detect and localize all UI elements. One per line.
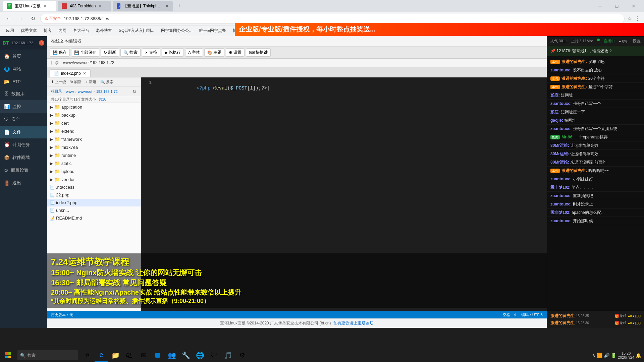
ie-icon[interactable]: e	[95, 349, 108, 362]
bookmark-apps[interactable]: 应用	[4, 27, 16, 34]
breadcrumb-www[interactable]: www	[66, 89, 74, 94]
chat-content-16: 笑点。。。。	[572, 185, 596, 190]
tree-item-readme[interactable]: 📝 README.md	[47, 214, 141, 222]
sidebar-item-panel-settings[interactable]: ⚙ 面板设置	[0, 164, 47, 177]
up-level-button[interactable]: ⬆ 上一级	[50, 79, 67, 85]
breadcrumb-refresh-btn[interactable]: ↻	[132, 89, 137, 94]
sidebar-item-monitor[interactable]: 📊 监控	[0, 100, 47, 113]
sidebar-item-logout[interactable]: 🚪 退出	[0, 177, 47, 189]
sidebar-item-software[interactable]: 📦 软件商城	[0, 151, 47, 164]
taskview-icon[interactable]: ⧉	[80, 349, 94, 362]
sidebar-item-security[interactable]: 🛡 安全	[0, 113, 47, 126]
tree-item-cert[interactable]: ▶ 📁 cert	[47, 119, 141, 127]
editor-tab-index2[interactable]: 📄 index2.php ✕	[50, 69, 91, 77]
tab-2[interactable]: 🚫 403 Forbidden ✕	[58, 1, 111, 11]
music-icon[interactable]: 🎵	[221, 349, 235, 362]
tray-notification-icon[interactable]: 🔔	[636, 353, 641, 358]
tree-item-framework[interactable]: ▶ 📁 framework	[47, 135, 141, 143]
tree-item-htaccess[interactable]: 📃 .htaccess	[47, 183, 141, 191]
minimize-button[interactable]: ─	[592, 1, 608, 11]
tab-3-close[interactable]: ✕	[165, 3, 169, 9]
tree-item-runtime[interactable]: ▶ 📁 runtime	[47, 151, 141, 159]
breadcrumb-wwwroot[interactable]: wwwroot	[78, 89, 92, 94]
save-all-button[interactable]: 💾 全部保存	[71, 48, 99, 57]
security-taskbar-icon[interactable]: 🛡	[207, 349, 221, 362]
tab-2-close[interactable]: ✕	[98, 3, 102, 9]
settings-taskbar-icon[interactable]: ⚙	[235, 349, 249, 362]
bookmark-articles[interactable]: 优秀文章	[19, 27, 39, 34]
reload-button[interactable]: ↻	[28, 14, 38, 23]
convert-button[interactable]: ✂ 转换	[142, 48, 160, 57]
chat-msg-14: 本气 激进的黄先生: 哈哈哈哟~~	[547, 167, 644, 175]
vs-icon[interactable]: 🔧	[179, 349, 193, 362]
new-tab-button[interactable]: +	[174, 1, 184, 11]
tray-time[interactable]: 15:26 2020/7/24	[618, 351, 634, 359]
maximize-button[interactable]: □	[609, 1, 625, 11]
confirm-link[interactable]: 共10	[99, 97, 106, 101]
tree-item-vendor[interactable]: ▶ 📁 vendor	[47, 175, 141, 183]
sidebar-item-files[interactable]: 📄 文件	[0, 126, 47, 138]
tab-1[interactable]: 宝 宝塔Linux面板 ✕	[3, 1, 56, 11]
vscode-icon[interactable]	[151, 349, 164, 362]
breadcrumb-root[interactable]: 根目录	[51, 89, 62, 94]
tab-1-close[interactable]: ✕	[43, 3, 47, 9]
tree-item-unknown[interactable]: 📃 unkn...	[47, 206, 141, 214]
store-icon[interactable]: 🛍	[123, 349, 136, 362]
tray-battery-icon[interactable]: 🔋	[611, 353, 616, 358]
sidebar-item-ftp[interactable]: 📂 FTP	[0, 75, 47, 87]
run-button[interactable]: ▶ 跑执行	[162, 48, 184, 57]
refresh-tree-button[interactable]: ↻ 刷新	[69, 79, 83, 85]
breadcrumb-ip[interactable]: 192.168.1.72	[96, 89, 118, 94]
settings-icon[interactable]: 设置	[633, 38, 641, 44]
refresh-button[interactable]: ↻ 刷新	[101, 48, 119, 57]
tray-up-arrow[interactable]: ∧	[592, 353, 595, 358]
bookmark-platforms[interactable]: 各大平台	[71, 27, 91, 34]
search-button[interactable]: 🔍 搜索	[120, 48, 141, 57]
save-button[interactable]: 💾 保存	[50, 48, 70, 57]
tree-item-22php[interactable]: 📃 22.php	[47, 191, 141, 199]
bookmark-foreign[interactable]: 老外博客	[94, 27, 114, 34]
tree-item-extend[interactable]: ▶ 📁 extend	[47, 127, 141, 135]
chrome-icon[interactable]: 🌐	[193, 349, 207, 362]
settings-btn[interactable]: ⚙ 设置	[226, 48, 245, 57]
tray-sound-icon[interactable]: 🔊	[604, 353, 609, 358]
sidebar-item-home[interactable]: 🏠 首页	[0, 50, 47, 63]
expand-arrow: ▶	[50, 169, 53, 174]
start-button[interactable]	[0, 349, 16, 362]
tree-item-mi1k7ea[interactable]: ▶ 📁 mi1k7ea	[47, 143, 141, 151]
theme-button[interactable]: 🎨 主题	[204, 48, 224, 57]
shortcut-button[interactable]: ⌨ 快捷键	[246, 48, 271, 57]
tab-3[interactable]: B 【新增层】Thinkphp项目 安全... ✕	[113, 1, 173, 11]
font-button[interactable]: A 字体	[185, 48, 203, 57]
explorer-icon[interactable]: 📁	[109, 349, 122, 362]
email-icon[interactable]: ✉	[137, 349, 150, 362]
new-file-button[interactable]: + 新建	[84, 79, 97, 85]
bookmark-intranet[interactable]: 内网	[56, 27, 68, 34]
tree-item-index2[interactable]: 📃 index2.php	[47, 199, 141, 206]
bookmark-star[interactable]: ☆	[627, 15, 632, 22]
bookmark-office[interactable]: 网字集团办公公...	[159, 27, 195, 34]
back-button[interactable]: ←	[4, 14, 13, 23]
tray-network-icon[interactable]: 📶	[597, 353, 602, 358]
bookmark-restaurant[interactable]: 唯一&网字点餐	[197, 27, 228, 34]
bookmark-sql[interactable]: SQL注入从入门到...	[117, 27, 156, 34]
sidebar-item-website[interactable]: 🌐 网站	[0, 63, 47, 75]
tree-item-application[interactable]: ▶ 📁 application	[47, 103, 141, 111]
sidebar-item-schedule[interactable]: ⏰ 计划任务	[0, 138, 47, 151]
bookmark-blog[interactable]: 博客	[42, 27, 54, 34]
forward-button[interactable]: →	[16, 14, 25, 23]
tree-item-upload[interactable]: ▶ 📁 upload	[47, 167, 141, 175]
tree-item-backup[interactable]: ▶ 📁 backup	[47, 111, 141, 119]
sidebar-item-database[interactable]: 🗄 数据库	[0, 87, 47, 100]
settings-icon[interactable]: ⋮	[635, 15, 640, 22]
address-bar[interactable]: ⚠ 不安全 192.168.1.72:8888/files	[40, 14, 625, 24]
chat-content-5: 短网址	[561, 93, 573, 98]
teams-icon[interactable]: 👥	[165, 349, 178, 362]
taskbar-search[interactable]: 🔍 搜索	[17, 350, 78, 360]
search-tree-button[interactable]: 🔍 搜索	[99, 79, 115, 85]
close-button[interactable]: ✕	[626, 1, 641, 11]
tree-item-static[interactable]: ▶ 📁 static	[47, 159, 141, 167]
tab-close-icon[interactable]: ✕	[83, 71, 86, 76]
forum-link[interactable]: 如有建议请上宝塔论坛	[333, 320, 374, 326]
chat-badge-4: 本气	[550, 85, 560, 89]
